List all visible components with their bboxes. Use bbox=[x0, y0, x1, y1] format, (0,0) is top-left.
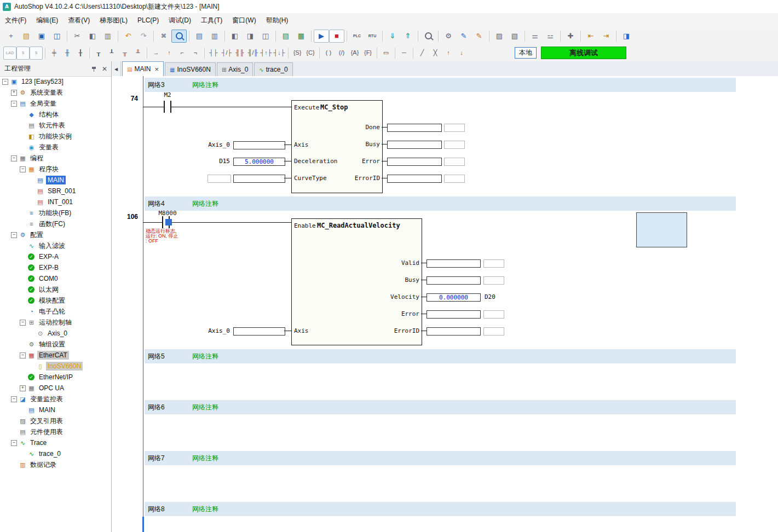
replace-in-project-button[interactable]: ▧ bbox=[507, 30, 522, 43]
tree-item-18[interactable]: ✓COM0 bbox=[0, 273, 111, 284]
pin-icon[interactable] bbox=[91, 66, 97, 72]
jump-forward-button[interactable]: ⇥ bbox=[598, 30, 614, 43]
menu-item-1[interactable]: 编辑(E) bbox=[31, 13, 63, 27]
tree-item-0[interactable]: −▣123 [Easy523] bbox=[0, 76, 111, 87]
station-setup-button[interactable]: ✚ bbox=[563, 30, 578, 43]
tree-item-13[interactable]: ≡函数(FC) bbox=[0, 218, 111, 229]
tree-item-14[interactable]: −⚙配置 bbox=[0, 229, 111, 240]
operand-box[interactable] bbox=[483, 327, 504, 336]
download-to-plc-button[interactable]: ⇓ bbox=[385, 30, 400, 43]
sfc-action-button[interactable]: S bbox=[30, 47, 43, 60]
operand-label[interactable]: Axis_0 bbox=[177, 327, 230, 334]
operand-box[interactable] bbox=[483, 259, 504, 268]
mc-stop-block[interactable]: Execute MC_Stop Axis Deceleration CurveT… bbox=[291, 100, 383, 193]
menu-item-3[interactable]: 梯形图(L) bbox=[95, 13, 132, 27]
tree-item-23[interactable]: ⊙Axis_0 bbox=[0, 328, 111, 339]
menu-item-7[interactable]: 窗口(W) bbox=[227, 13, 261, 27]
import-file-button[interactable]: ▥ bbox=[207, 30, 222, 43]
network-comment[interactable]: 网络注释 bbox=[192, 454, 218, 463]
tree-item-3[interactable]: ◆结构体 bbox=[0, 109, 111, 120]
tree-item-19[interactable]: ✓以太网 bbox=[0, 284, 111, 295]
tree-item-32[interactable]: ▤元件使用表 bbox=[0, 426, 111, 437]
operand-box[interactable] bbox=[387, 175, 442, 183]
tree-item-22[interactable]: −⊞运动控制轴 bbox=[0, 317, 111, 328]
tree-item-35[interactable]: ▥数据记录 bbox=[0, 459, 111, 470]
network-header-5[interactable]: 网络5网络注释 bbox=[145, 349, 736, 363]
open-project-button[interactable]: ▤ bbox=[19, 30, 34, 43]
operand-box[interactable] bbox=[444, 141, 465, 149]
tree-item-12[interactable]: ≡功能块(FB) bbox=[0, 207, 111, 218]
tree-item-30[interactable]: ▤MAIN bbox=[0, 404, 111, 415]
edit-online-button[interactable]: ✎ bbox=[471, 30, 487, 43]
tab-axis_0[interactable]: ⊞Axis_0 bbox=[217, 62, 253, 76]
instruction-clear-button[interactable]: {C} bbox=[304, 47, 317, 60]
operand-box[interactable] bbox=[233, 327, 285, 336]
operand-box[interactable] bbox=[444, 175, 465, 183]
tree-item-4[interactable]: ▤软元件表 bbox=[0, 120, 111, 131]
tile-windows-button[interactable]: ◫ bbox=[258, 30, 273, 43]
operand-box[interactable] bbox=[387, 141, 442, 149]
tree-item-20[interactable]: ✓模块配置 bbox=[0, 295, 111, 306]
jump-back-button[interactable]: ⇤ bbox=[583, 30, 598, 43]
cascade-windows-button[interactable]: ◨ bbox=[243, 30, 258, 43]
compile-all-button[interactable]: ▦ bbox=[293, 30, 309, 43]
contact-operand[interactable]: M2 bbox=[160, 91, 175, 99]
application-instruction-button[interactable]: {A} bbox=[348, 47, 361, 60]
menu-item-2[interactable]: 查看(V) bbox=[63, 13, 95, 27]
collapse-toggle-icon[interactable]: − bbox=[11, 155, 17, 161]
tree-item-7[interactable]: −▦编程 bbox=[0, 153, 111, 164]
force-values-button[interactable]: ⚙ bbox=[441, 30, 456, 43]
tab-scroll-left-icon[interactable]: ◀ bbox=[112, 62, 121, 76]
monitor-button[interactable] bbox=[420, 30, 436, 43]
menu-item-8[interactable]: 帮助(H) bbox=[261, 13, 293, 27]
tree-item-24[interactable]: ⚙轴组设置 bbox=[0, 339, 111, 350]
branch-delete-button[interactable]: ╨ bbox=[131, 47, 145, 60]
collapse-toggle-icon[interactable]: − bbox=[2, 79, 8, 85]
operand-label[interactable]: Axis_0 bbox=[177, 141, 230, 148]
tree-item-31[interactable]: ▨交叉引用表 bbox=[0, 415, 111, 426]
find-in-project-button[interactable]: ▨ bbox=[492, 30, 507, 43]
redo-button[interactable]: ↷ bbox=[136, 30, 151, 43]
lad-mode-button[interactable]: LAD bbox=[3, 47, 16, 60]
undo-button[interactable]: ↶ bbox=[120, 30, 136, 43]
collapse-toggle-icon[interactable]: − bbox=[11, 232, 17, 238]
network-comment[interactable]: 网络注释 bbox=[192, 505, 218, 514]
operand-box[interactable] bbox=[483, 276, 504, 285]
tree-item-17[interactable]: ✓EXP-B bbox=[0, 262, 111, 273]
operand-box[interactable] bbox=[387, 158, 442, 166]
close-panel-icon[interactable]: ✕ bbox=[102, 65, 107, 73]
expand-toggle-icon[interactable]: + bbox=[20, 385, 26, 391]
contact-parallel-no-button[interactable]: ╢╟ bbox=[233, 47, 246, 60]
contact-bar[interactable] bbox=[164, 101, 165, 113]
line-right-button[interactable]: → bbox=[149, 47, 163, 60]
special-coil-button[interactable]: {F} bbox=[361, 47, 374, 60]
operand-box[interactable] bbox=[233, 175, 285, 183]
cut-button[interactable]: ✂ bbox=[70, 30, 85, 43]
network-header-7[interactable]: 网络7网络注释 bbox=[145, 451, 736, 465]
offline-debug-button[interactable]: 离线调试 bbox=[541, 47, 626, 59]
network-header-6[interactable]: 网络6网络注释 bbox=[145, 400, 736, 414]
contact-parallel-nc-button[interactable]: ╢/╟ bbox=[246, 47, 260, 60]
save-all-button[interactable]: ◫ bbox=[49, 30, 65, 43]
menu-item-0[interactable]: 文件(F) bbox=[0, 13, 31, 27]
tree-item-28[interactable]: +▦OPC UA bbox=[0, 383, 111, 394]
tab-inosv660n[interactable]: ▦InoSV660N bbox=[165, 62, 216, 76]
tab-main[interactable]: ▤MAIN× bbox=[122, 61, 164, 76]
coil-negated-button[interactable]: (/) bbox=[335, 47, 348, 60]
align-horizontal-button[interactable]: ⚌ bbox=[527, 30, 543, 43]
operand-box[interactable] bbox=[233, 141, 285, 149]
delete-vertical-line-button[interactable]: ╳ bbox=[429, 47, 442, 60]
network-comment[interactable]: 网络注释 bbox=[192, 403, 218, 412]
network-comment[interactable]: 网络注释 bbox=[192, 199, 218, 209]
paste-button[interactable]: ▥ bbox=[100, 30, 116, 43]
stop-button[interactable]: ■ bbox=[329, 30, 344, 43]
tree-item-9[interactable]: ▤MAIN bbox=[0, 175, 111, 186]
tree-item-5[interactable]: ◧功能块实例 bbox=[0, 131, 111, 142]
network-comment[interactable]: 网络注释 bbox=[192, 352, 218, 361]
contact-falling-button[interactable]: ┤↓├ bbox=[273, 47, 286, 60]
tree-item-26[interactable]: ▯InoSV660N bbox=[0, 361, 111, 372]
tree-item-29[interactable]: −◪变量监控表 bbox=[0, 394, 111, 404]
collapse-toggle-icon[interactable]: − bbox=[20, 320, 26, 326]
collapse-toggle-icon[interactable]: − bbox=[20, 352, 26, 358]
network-header-8[interactable]: 网络8网络注释 bbox=[145, 502, 736, 516]
